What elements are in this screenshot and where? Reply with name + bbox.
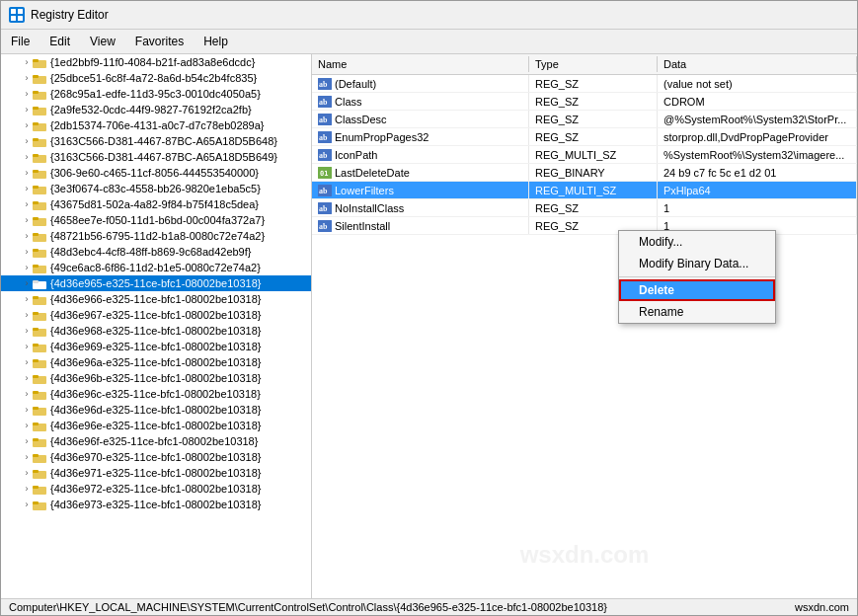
expand-arrow-icon[interactable]: › [21, 72, 33, 84]
expand-arrow-icon[interactable]: › [21, 356, 33, 368]
tree-item-label: {4d36e973-e325-11ce-bfc1-08002be10318} [48, 499, 311, 510]
tree-item[interactable]: › {4d36e96d-e325-11ce-bfc1-08002be10318} [1, 402, 311, 418]
tree-item-label: {4d36e965-e325-11ce-bfc1-08002be10318} [48, 277, 311, 289]
tree-item[interactable]: › {4658ee7e-f050-11d1-b6bd-00c004fa372a7… [1, 212, 311, 228]
registry-row[interactable]: abNoInstallClassREG_SZ1 [312, 199, 857, 217]
tree-item[interactable]: › {1ed2bbf9-11f0-4084-b21f-ad83a8e6dcdc} [1, 54, 311, 70]
expand-arrow-icon[interactable]: › [21, 483, 33, 495]
reg-type-cell: REG_BINARY [529, 164, 658, 181]
expand-arrow-icon[interactable]: › [21, 435, 33, 447]
expand-arrow-icon[interactable]: › [21, 420, 33, 431]
expand-arrow-icon[interactable]: › [21, 293, 33, 305]
menu-favorites[interactable]: Favorites [125, 32, 194, 51]
tree-item[interactable]: › {4d36e96c-e325-11ce-bfc1-08002be10318} [1, 386, 311, 402]
context-menu-item[interactable]: Delete [619, 279, 775, 301]
tree-item-label: {3e3f0674-c83c-4558-bb26-9820e1eba5c5} [48, 183, 311, 194]
tree-item[interactable]: › {4d36e973-e325-11ce-bfc1-08002be10318} [1, 497, 311, 512]
tree-item[interactable]: › {48721b56-6795-11d2-b1a8-0080c72e74a2} [1, 228, 311, 244]
expand-arrow-icon[interactable]: › [21, 246, 33, 258]
column-headers: Name Type Data [312, 54, 857, 75]
expand-arrow-icon[interactable]: › [21, 451, 33, 463]
registry-editor-window: Registry Editor File Edit View Favorites… [0, 0, 858, 616]
tree-item[interactable]: › {4d36e96f-e325-11ce-bfc1-08002be10318} [1, 433, 311, 449]
tree-item[interactable]: › {4d36e965-e325-11ce-bfc1-08002be10318} [1, 275, 311, 291]
expand-arrow-icon[interactable]: › [21, 499, 33, 510]
tree-item[interactable]: › {3e3f0674-c83c-4558-bb26-9820e1eba5c5} [1, 181, 311, 196]
registry-row[interactable]: ab(Default)REG_SZ(value not set) [312, 75, 857, 93]
tree-item[interactable]: › {4d36e969-e325-11ce-bfc1-08002be10318} [1, 339, 311, 354]
registry-row[interactable]: abClassREG_SZCDROM [312, 93, 857, 111]
svg-text:01: 01 [320, 170, 328, 178]
ab-icon: ab [318, 114, 332, 125]
expand-arrow-icon[interactable]: › [21, 151, 33, 163]
tree-item[interactable]: › {4d36e966-e325-11ce-bfc1-08002be10318} [1, 291, 311, 307]
menu-file[interactable]: File [1, 32, 39, 51]
context-menu-item[interactable]: Modify... [619, 231, 775, 253]
context-menu-item[interactable]: Modify Binary Data... [619, 253, 775, 274]
tree-item[interactable]: › {3163C566-D381-4467-87BC-A65A18D5B648} [1, 133, 311, 149]
expand-arrow-icon[interactable]: › [21, 167, 33, 179]
tree-item[interactable]: › {4d36e967-e325-11ce-bfc1-08002be10318} [1, 307, 311, 323]
registry-row[interactable]: abLowerFiltersREG_MULTI_SZPxHlpa64 [312, 182, 857, 199]
menu-edit[interactable]: Edit [39, 32, 80, 51]
tree-item[interactable]: › {268c95a1-edfe-11d3-95c3-0010dc4050a5} [1, 86, 311, 102]
tree-item-label: {4d36e967-e325-11ce-bfc1-08002be10318} [48, 309, 311, 321]
expand-arrow-icon[interactable]: › [21, 56, 33, 68]
svg-rect-59 [33, 486, 39, 489]
registry-row[interactable]: abIconPathREG_MULTI_SZ%SystemRoot%\Syste… [312, 146, 857, 164]
tree-item-label: {48d3ebc4-4cf8-48ff-b869-9c68ad42eb9f} [48, 246, 311, 258]
reg-name: LastDeleteDate [335, 167, 410, 179]
tree-item[interactable]: › {48d3ebc4-4cf8-48ff-b869-9c68ad42eb9f} [1, 244, 311, 260]
svg-rect-27 [33, 233, 39, 236]
menu-help[interactable]: Help [194, 32, 238, 51]
tree-item[interactable]: › {4d36e96a-e325-11ce-bfc1-08002be10318} [1, 354, 311, 370]
expand-arrow-icon[interactable]: › [21, 104, 33, 116]
tree-item[interactable]: › {2db15374-706e-4131-a0c7-d7c78eb0289a} [1, 117, 311, 133]
registry-row[interactable]: abClassDescREG_SZ@%SystemRoot%\System32\… [312, 111, 857, 128]
expand-arrow-icon[interactable]: › [21, 198, 33, 210]
expand-arrow-icon[interactable]: › [21, 183, 33, 194]
tree-item[interactable]: › {49ce6ac8-6f86-11d2-b1e5-0080c72e74a2} [1, 260, 311, 275]
expand-arrow-icon[interactable]: › [21, 135, 33, 147]
tree-item[interactable]: › {43675d81-502a-4a82-9f84-b75f418c5dea} [1, 196, 311, 212]
tree-item[interactable]: › {4d36e96e-e325-11ce-bfc1-08002be10318} [1, 418, 311, 433]
menu-view[interactable]: View [80, 32, 125, 51]
registry-row[interactable]: abEnumPropPages32REG_SZstorprop.dll,DvdP… [312, 128, 857, 146]
svg-rect-21 [33, 186, 39, 189]
expand-arrow-icon[interactable]: › [21, 309, 33, 321]
expand-arrow-icon[interactable]: › [21, 325, 33, 337]
reg-name-cell: 01LastDeleteDate [312, 164, 529, 181]
tree-item[interactable]: › {306-9e60-c465-11cf-8056-444553540000} [1, 165, 311, 181]
registry-row[interactable]: 01LastDeleteDateREG_BINARY24 b9 c7 fc 5c… [312, 164, 857, 182]
expand-arrow-icon[interactable]: › [21, 404, 33, 416]
expand-arrow-icon[interactable]: › [21, 88, 33, 100]
expand-arrow-icon[interactable]: › [21, 372, 33, 384]
folder-icon [33, 245, 46, 259]
tree-item[interactable]: › {4d36e970-e325-11ce-bfc1-08002be10318} [1, 449, 311, 465]
ab-icon: ab [318, 220, 332, 232]
tree-item[interactable]: › {4d36e972-e325-11ce-bfc1-08002be10318} [1, 481, 311, 497]
folder-icon [33, 118, 46, 132]
expand-arrow-icon[interactable]: › [21, 277, 33, 289]
tree-item[interactable]: › {2a9fe532-0cdc-44f9-9827-76192f2ca2fb} [1, 102, 311, 117]
tree-item[interactable]: › {25dbce51-6c8f-4a72-8a6d-b54c2b4fc835} [1, 70, 311, 86]
expand-arrow-icon[interactable]: › [21, 230, 33, 242]
svg-rect-5 [33, 59, 39, 62]
svg-rect-39 [33, 328, 39, 331]
tree-item[interactable]: › {4d36e971-e325-11ce-bfc1-08002be10318} [1, 465, 311, 481]
binary-icon: 01 [318, 167, 332, 179]
expand-arrow-icon[interactable]: › [21, 388, 33, 400]
tree-item[interactable]: › {4d36e968-e325-11ce-bfc1-08002be10318} [1, 323, 311, 339]
expand-arrow-icon[interactable]: › [21, 341, 33, 352]
expand-arrow-icon[interactable]: › [21, 467, 33, 479]
tree-area[interactable]: › {1ed2bbf9-11f0-4084-b21f-ad83a8e6dcdc}… [1, 54, 311, 598]
tree-item[interactable]: › {4d36e96b-e325-11ce-bfc1-08002be10318} [1, 370, 311, 386]
expand-arrow-icon[interactable]: › [21, 262, 33, 273]
tree-item-label: {48721b56-6795-11d2-b1a8-0080c72e74a2} [48, 230, 311, 242]
expand-arrow-icon[interactable]: › [21, 214, 33, 226]
expand-arrow-icon[interactable]: › [21, 119, 33, 131]
tree-item[interactable]: › {3163C566-D381-4467-87BC-A65A18D5B649} [1, 149, 311, 165]
context-menu-item[interactable]: Rename [619, 301, 775, 323]
tree-item-label: {2a9fe532-0cdc-44f9-9827-76192f2ca2fb} [48, 104, 311, 116]
svg-rect-49 [33, 407, 39, 410]
